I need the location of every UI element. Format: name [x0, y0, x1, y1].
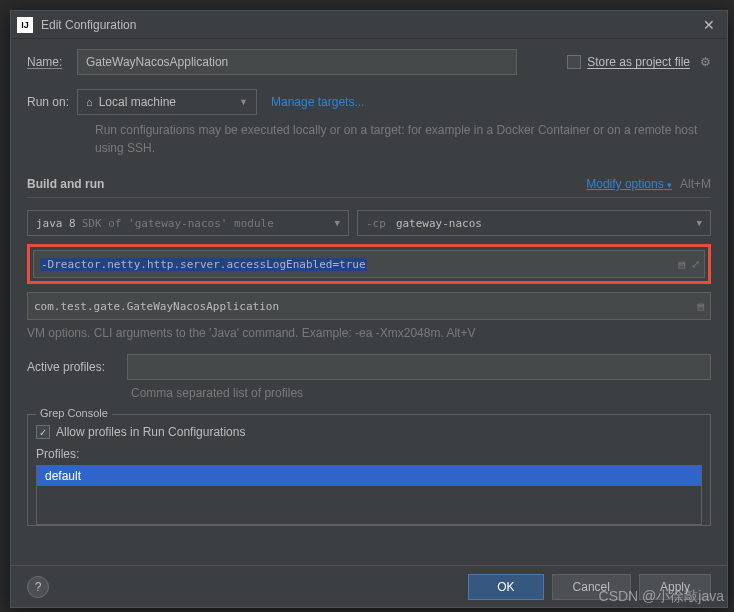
titlebar: IJ Edit Configuration ✕: [11, 11, 727, 39]
gear-icon[interactable]: ⚙: [700, 55, 711, 69]
profiles-list[interactable]: default: [36, 465, 702, 525]
help-button[interactable]: ?: [27, 576, 49, 598]
active-profiles-hint: Comma separated list of profiles: [131, 386, 711, 400]
vm-options-input[interactable]: -Dreactor.netty.http.server.accessLogEna…: [33, 250, 705, 278]
store-label: Store as project file: [587, 55, 690, 69]
ok-button[interactable]: OK: [468, 574, 543, 600]
grep-console-fieldset: Grep Console ✓ Allow profiles in Run Con…: [27, 414, 711, 526]
name-label: Name:: [27, 55, 77, 69]
modify-options-link[interactable]: Modify options ▾: [586, 177, 672, 191]
button-bar: ? OK Cancel Apply: [11, 565, 727, 607]
store-checkbox[interactable]: [567, 55, 581, 69]
run-on-label: Run on:: [27, 95, 77, 109]
vm-options-text: -Dreactor.netty.http.server.accessLogEna…: [40, 258, 367, 271]
cp-prefix: -cp: [366, 217, 386, 230]
vm-hint: VM options. CLI arguments to the 'Java' …: [27, 326, 711, 340]
allow-profiles-label: Allow profiles in Run Configurations: [56, 425, 245, 439]
vm-options-highlight: -Dreactor.netty.http.server.accessLogEna…: [27, 244, 711, 284]
run-on-help: Run configurations may be executed local…: [95, 121, 711, 157]
chevron-down-icon: ▼: [335, 218, 340, 228]
cancel-button[interactable]: Cancel: [552, 574, 631, 600]
chevron-down-icon: ▼: [697, 218, 702, 228]
classpath-dropdown[interactable]: -cp gateway-nacos ▼: [357, 210, 711, 236]
main-class-input[interactable]: com.test.gate.GateWayNacosApplication ▤: [27, 292, 711, 320]
modify-shortcut: Alt+M: [680, 177, 711, 191]
intellij-icon: IJ: [17, 17, 33, 33]
active-profiles-label: Active profiles:: [27, 360, 119, 374]
list-icon[interactable]: ▤: [697, 300, 704, 313]
profiles-list-label: Profiles:: [36, 447, 702, 461]
close-icon[interactable]: ✕: [697, 17, 721, 33]
store-as-project-file[interactable]: Store as project file ⚙: [567, 55, 711, 69]
chevron-down-icon: ▾: [667, 180, 672, 190]
jdk-label: java 8: [36, 217, 76, 230]
apply-button[interactable]: Apply: [639, 574, 711, 600]
jdk-dropdown[interactable]: java 8 SDK of 'gateway-nacos' module ▼: [27, 210, 349, 236]
active-profiles-input[interactable]: [127, 354, 711, 380]
jdk-hint: SDK of 'gateway-nacos' module: [82, 217, 274, 230]
profile-item-default[interactable]: default: [37, 466, 701, 486]
run-on-selected: Local machine: [99, 95, 176, 109]
name-input[interactable]: [77, 49, 517, 75]
build-run-title: Build and run: [27, 177, 104, 191]
allow-profiles-checkbox[interactable]: ✓: [36, 425, 50, 439]
main-class-text: com.test.gate.GateWayNacosApplication: [34, 300, 279, 313]
home-icon: ⌂: [86, 96, 93, 108]
chevron-down-icon: ▼: [239, 97, 248, 107]
cp-value: gateway-nacos: [396, 217, 482, 230]
run-on-dropdown[interactable]: ⌂ Local machine ▼: [77, 89, 257, 115]
edit-configuration-dialog: IJ Edit Configuration ✕ Name: Store as p…: [10, 10, 728, 608]
grep-console-legend: Grep Console: [36, 407, 112, 419]
manage-targets-link[interactable]: Manage targets...: [271, 95, 364, 109]
dialog-title: Edit Configuration: [41, 18, 136, 32]
list-icon[interactable]: ▤: [678, 258, 685, 271]
expand-icon[interactable]: ⤢: [691, 258, 700, 271]
